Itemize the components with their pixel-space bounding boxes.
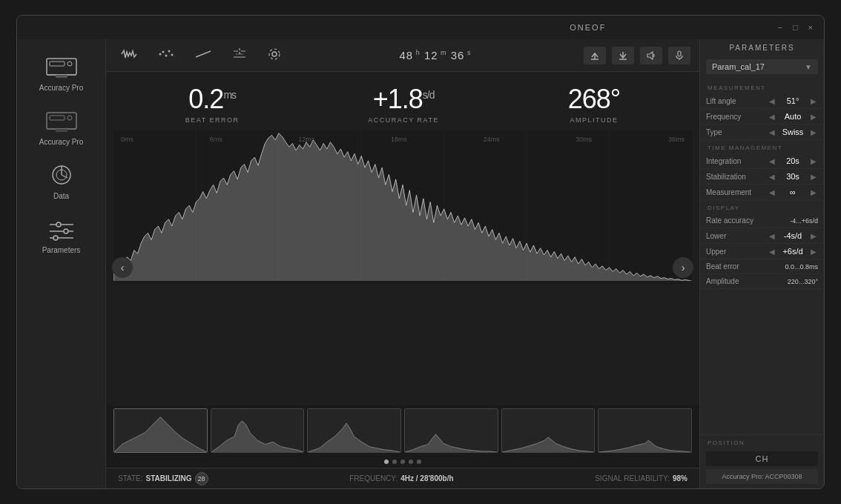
svg-point-15 — [56, 222, 61, 227]
upper-value: +6s/d — [779, 247, 806, 256]
toolbar-crosshair-btn[interactable] — [226, 44, 253, 66]
type-decrement[interactable]: ◀ — [768, 128, 776, 136]
sidebar-label-parameters: Parameters — [42, 246, 81, 254]
measurement-increment[interactable]: ▶ — [809, 188, 818, 196]
frequency-increment[interactable]: ▶ — [809, 113, 818, 121]
display-section-label: DISPLAY — [700, 200, 824, 213]
reliability-item: SIGNAL RELIABILITY: 98% — [595, 474, 687, 483]
frequency-item: FREQUENCY: 4Hz / 28'800b/h — [349, 474, 453, 483]
thumbnail-3[interactable] — [307, 408, 401, 453]
lower-decrement[interactable]: ◀ — [768, 232, 776, 240]
svg-point-33 — [269, 49, 280, 59]
ch-display: CH — [706, 451, 818, 466]
thumbnail-3-chart — [308, 409, 400, 452]
lift-angle-decrement[interactable]: ◀ — [768, 97, 776, 105]
sidebar-item-data[interactable]: Data — [17, 153, 105, 208]
thumbnail-6[interactable] — [598, 408, 692, 453]
lower-row: Lower ◀ -4s/d ▶ — [700, 228, 824, 244]
toolbar-line-btn[interactable] — [189, 45, 217, 65]
sidebar-label-accuracy-pro-1: Accuracy Pro — [39, 84, 83, 92]
dots-icon — [158, 48, 174, 60]
stabilization-increment[interactable]: ▶ — [809, 173, 818, 181]
integration-value: 20s — [779, 156, 806, 165]
upload-button[interactable] — [584, 47, 606, 64]
measurement-decrement[interactable]: ◀ — [768, 188, 776, 196]
type-row: Type ◀ Swiss ▶ — [700, 125, 824, 140]
svg-point-17 — [64, 229, 68, 233]
accuracy-rate-unit: s/d — [423, 89, 435, 101]
chart-axis: 0ms 6ms 12ms 18ms 24ms 30ms 36ms — [113, 136, 692, 143]
toolbar-dots-btn[interactable] — [152, 45, 180, 65]
lower-value: -4s/d — [779, 231, 806, 240]
svg-point-7 — [67, 116, 72, 120]
svg-point-21 — [162, 51, 165, 53]
line-icon — [195, 48, 211, 60]
thumbnail-strip — [106, 405, 699, 456]
center-panel: 48 h 12 m 36 s — [106, 39, 699, 488]
state-label: STATE: — [118, 474, 143, 483]
next-button[interactable]: › — [673, 257, 693, 278]
mic-button[interactable] — [668, 47, 690, 64]
upper-decrement[interactable]: ◀ — [768, 248, 776, 256]
dot-4[interactable] — [409, 460, 413, 464]
toolbar-waveform-btn[interactable] — [115, 45, 143, 65]
right-panel: PARAMETERS Param_cal_17 ▼ MEASUREMENT Li… — [699, 39, 824, 488]
lift-angle-increment[interactable]: ▶ — [809, 97, 818, 105]
upper-increment[interactable]: ▶ — [809, 248, 818, 256]
time-s-unit: s — [464, 49, 471, 56]
minimize-button[interactable]: − — [775, 23, 784, 32]
prev-button[interactable]: ‹ — [112, 257, 133, 278]
stabilization-decrement[interactable]: ◀ — [768, 173, 776, 181]
svg-rect-4 — [56, 75, 67, 78]
axis-30ms: 30ms — [575, 136, 592, 143]
parameters-icon — [44, 215, 79, 243]
reliability-label: SIGNAL RELIABILITY: — [595, 474, 670, 483]
frequency-value-param: Auto — [779, 112, 806, 121]
integration-increment[interactable]: ▶ — [809, 157, 818, 165]
lower-name: Lower — [706, 232, 768, 240]
sidebar-item-accuracy-pro-1[interactable]: Accuracy Pro — [17, 45, 105, 99]
integration-ctrl: ◀ 20s ▶ — [768, 156, 818, 165]
stabilization-name: Stabilization — [706, 173, 768, 181]
chart-container: ‹ › 0ms 6ms 12ms 18ms 24ms 30ms 36ms — [106, 130, 699, 405]
param-dropdown[interactable]: Param_cal_17 ▼ — [706, 59, 818, 74]
volume-button[interactable] — [640, 47, 662, 64]
type-increment[interactable]: ▶ — [809, 128, 818, 136]
lower-increment[interactable]: ▶ — [809, 232, 818, 240]
integration-decrement[interactable]: ◀ — [768, 157, 776, 165]
param-dropdown-container: Param_cal_17 ▼ — [700, 56, 824, 80]
axis-24ms: 24ms — [484, 136, 500, 143]
beat-error-label: BEAT ERROR — [185, 116, 240, 124]
axis-6ms: 6ms — [210, 136, 222, 143]
dot-2[interactable] — [392, 460, 397, 464]
dropdown-arrow-icon: ▼ — [805, 63, 812, 71]
upload-icon — [590, 50, 600, 61]
crosshair-icon — [232, 47, 247, 61]
time-h-unit: h — [413, 49, 420, 56]
toolbar-gear-btn[interactable] — [262, 44, 287, 66]
dot-1[interactable] — [384, 460, 389, 464]
thumbnail-2[interactable] — [211, 408, 305, 453]
sidebar-item-accuracy-pro-2[interactable]: Accuracy Pro — [17, 99, 105, 153]
position-label: POSITION — [700, 435, 824, 448]
dot-3[interactable] — [400, 460, 405, 464]
accuracy-rate-label: ACCURACY RATE — [368, 116, 439, 124]
frequency-decrement[interactable]: ◀ — [768, 113, 776, 121]
type-name: Type — [706, 128, 768, 136]
thumbnail-1[interactable] — [113, 408, 208, 453]
thumbnail-4[interactable] — [404, 408, 498, 453]
position-section: POSITION CH Accuracy Pro: ACCP00308 — [700, 434, 824, 488]
data-icon — [44, 161, 79, 189]
sidebar-label-data: Data — [53, 192, 69, 200]
volume-icon — [646, 50, 656, 61]
pagination — [106, 456, 699, 468]
close-button[interactable]: × — [806, 23, 815, 32]
maximize-button[interactable]: □ — [791, 23, 800, 32]
thumbnail-5[interactable] — [501, 408, 596, 453]
dot-5[interactable] — [417, 460, 421, 464]
axis-12ms: 12ms — [298, 136, 314, 143]
svg-rect-6 — [50, 116, 65, 120]
sidebar-item-parameters[interactable]: Parameters — [17, 208, 105, 262]
frequency-label: FREQUENCY: — [349, 474, 398, 483]
download-button[interactable] — [612, 47, 634, 64]
